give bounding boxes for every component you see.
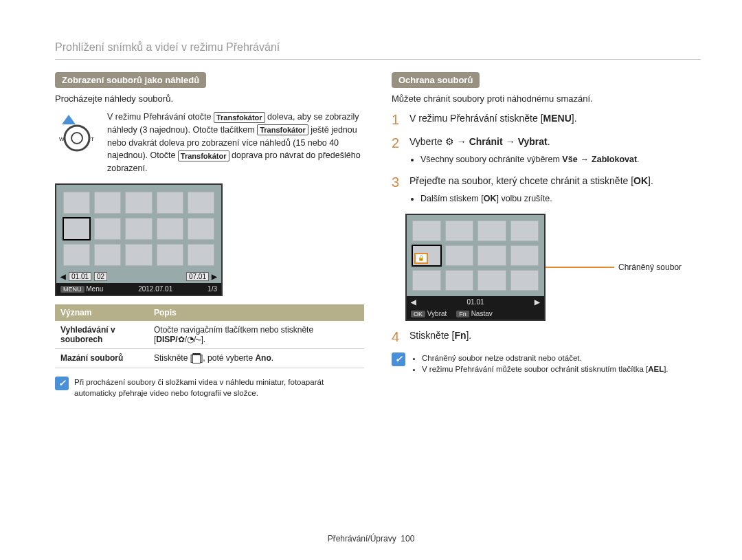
protect-screenshot: 🔒 ◀ 01.01 ▶ OK Vybrat Fn [405, 214, 546, 321]
step-text: Přejeďte na soubor, který chcete chránit… [409, 175, 633, 186]
table-row: Mazání souborů Stiskněte [], poté vybert… [55, 348, 364, 368]
zoom-instructions: V režimu Přehrávání otočte Transfokátor … [107, 111, 364, 175]
menu-label: Menu [86, 285, 103, 293]
protect-date-bar: ◀ 01.01 ▶ [407, 296, 544, 308]
bullet-text: . [637, 155, 639, 164]
cell-label: souborech [60, 335, 102, 344]
cell-desc: Stiskněte [ [154, 353, 192, 363]
protect-intro: Můžete chránit soubory proti náhodnému s… [392, 93, 701, 104]
step-number: 1 [392, 111, 403, 128]
thumbnail-selected: 🔒 [412, 245, 441, 266]
svg-point-0 [65, 126, 89, 150]
date-box: 01.01 [69, 272, 91, 281]
svg-text:T: T [91, 136, 94, 142]
section-heading-protect: Ochrana souborů [392, 72, 480, 88]
thumbnail [63, 244, 90, 266]
step-2: 2 Vyberte ⚙→Chránit→Vybrat. Všechny soub… [392, 134, 701, 168]
disp-key: DISP/ [156, 335, 177, 344]
arrow-right-icon: ▶ [535, 298, 540, 306]
thumbnail [445, 245, 474, 266]
cell-desc: . [271, 353, 273, 363]
ok-key: OK [633, 175, 648, 186]
thumbnail [445, 270, 474, 291]
fn-pill: Fn [456, 311, 469, 317]
step-text: . [548, 136, 550, 147]
arrow-right-icon: → [506, 136, 515, 147]
info-icon: ✓ [392, 352, 405, 366]
bullet-text: ] volbu zrušíte. [496, 194, 552, 203]
menu-pill: MENU [60, 286, 85, 293]
thumbnail [125, 244, 152, 266]
note-item: Chráněný soubor nelze odstranit nebo otá… [422, 352, 668, 363]
transfokator-button-2: Transfokátor [257, 124, 308, 135]
thumbnails-bottom-bar: MENU Menu 2012.07.01 1/3 [56, 283, 221, 295]
date-label: 01.01 [466, 298, 484, 306]
gear-icon: ⚙ [445, 136, 454, 147]
page-indicator: 1/3 [207, 285, 217, 293]
bracket: ]. [201, 335, 205, 344]
arrow-right-icon: → [457, 136, 466, 147]
step-text: Vyberte [409, 136, 445, 147]
thumbnail [125, 192, 152, 214]
step-1: 1 V režimu Přehrávání stiskněte [MENU]. [392, 111, 701, 128]
thumbnail [94, 244, 121, 266]
thumbnails-intro: Procházejte náhledy souborů. [55, 93, 364, 104]
ael-key: AEL [648, 365, 664, 373]
thumbnail [445, 221, 474, 241]
ok-pill: OK [411, 311, 425, 317]
trash-icon [192, 353, 201, 363]
step-text: Stiskněte [ [409, 330, 454, 341]
info-icon: ✓ [55, 377, 69, 390]
thumbnail [188, 244, 214, 266]
thumbnail [94, 192, 121, 214]
section-heading-thumbnails: Zobrazení souborů jako náhledů [55, 72, 206, 88]
cell-desc: ], poté vyberte [201, 353, 255, 363]
svg-point-1 [71, 133, 82, 144]
thumbnail-selected [63, 218, 90, 240]
fn-label: Nastav [471, 310, 493, 317]
thumbnail [94, 218, 121, 240]
lock-icon: 🔒 [414, 253, 428, 264]
svg-text:W: W [59, 136, 65, 142]
note-item: V režimu Přehrávání můžete soubor ochrán… [422, 363, 668, 374]
cell-label: Vyhledávání v [60, 325, 115, 335]
zoom-text-pre: V režimu Přehrávání otočte [107, 112, 214, 122]
arrow-right-icon: ▶ [212, 273, 217, 280]
table-header-description: Popis [148, 304, 364, 321]
arrow-right-icon: → [581, 155, 589, 164]
table-header-meaning: Význam [55, 304, 148, 321]
page-footer: Přehrávání/Úpravy 100 [0, 534, 742, 544]
note-block: ✓ Chráněný soubor nelze odstranit nebo o… [392, 352, 701, 374]
thumbnail [63, 192, 90, 214]
step-4: 4 Stiskněte [Fn]. [392, 328, 701, 346]
transfokator-button-3: Transfokátor [178, 150, 229, 161]
thumbnail [157, 244, 183, 266]
step-bullet: Všechny soubory ochráníte výběrem Vše→Za… [420, 153, 701, 166]
ok-key: OK [484, 194, 497, 203]
thumbnail [510, 270, 539, 291]
step-text: ]. [648, 175, 653, 186]
right-column: Ochrana souborů Můžete chránit soubory p… [392, 72, 701, 399]
bullet-text: Dalším stiskem [ [420, 194, 484, 203]
description-table: Význam Popis Vyhledávání v souborech Oto… [55, 304, 364, 368]
step-number: 3 [392, 173, 403, 207]
thumbnails-date-bar: ◀ 01.01 02 07.01 ▶ [56, 270, 221, 283]
flower-icon: ✿ [178, 335, 185, 344]
bullet-bold: Zablokovat [592, 155, 637, 164]
cell-desc: Otočte navigačním tlačítkem nebo stiskně… [154, 325, 313, 335]
left-column: Zobrazení souborů jako náhledů Procházej… [55, 72, 364, 399]
step-text: ]. [466, 330, 471, 341]
callout-line [546, 267, 614, 268]
thumbnail [510, 245, 539, 266]
thumbnail [188, 218, 214, 240]
table-row: Vyhledávání v souborech Otočte navigační… [55, 321, 364, 349]
date-box: 02 [94, 272, 107, 281]
protect-bottom-bar: OK Vybrat Fn Nastav [407, 308, 544, 320]
thumbnails-screenshot: ◀ 01.01 02 07.01 ▶ MENU Menu 2012.07.01 … [55, 183, 223, 296]
thumbnail [157, 192, 183, 214]
callout-protected-file: Chráněný soubor [618, 262, 682, 272]
thumbnail [157, 218, 183, 240]
thumbnail [188, 192, 214, 214]
menu-key: MENU [543, 113, 572, 124]
arrow-left-icon: ◀ [411, 298, 416, 306]
